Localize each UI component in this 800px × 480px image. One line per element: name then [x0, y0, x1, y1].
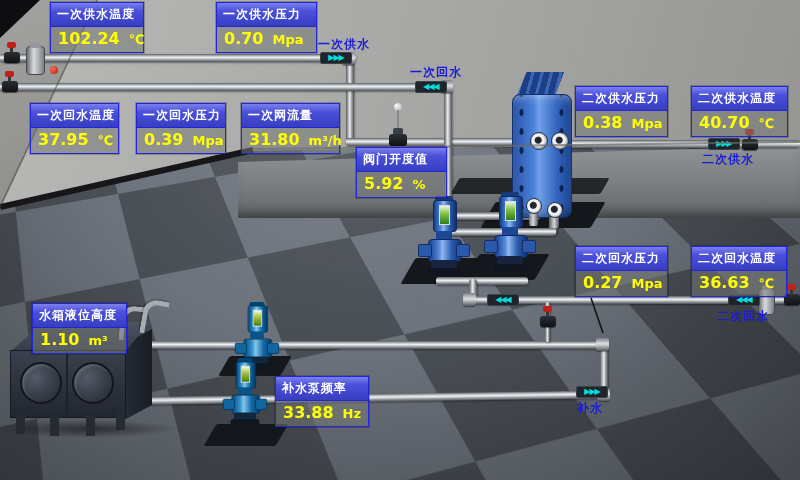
hx-port [530, 132, 548, 150]
gauge-unit: Hz [343, 406, 361, 421]
gauge-tank-level: 水箱液位高度 1.10m³ [32, 303, 127, 354]
pump-flange [255, 399, 267, 410]
flow-indicator-left-icon: ◀◀◀ [487, 294, 519, 306]
gauge-value: 40.70 [699, 114, 750, 132]
pump-sight-glass [505, 201, 516, 221]
pump-flange [235, 343, 247, 354]
flow-indicator-right-icon: ▶▶▶ [320, 52, 352, 64]
pipe-joint [596, 338, 609, 351]
tank-manhole [72, 362, 114, 404]
pump-base [427, 268, 461, 276]
tank-leg [86, 416, 95, 436]
pressure-gauge-icon [50, 66, 58, 74]
pump-sight-glass [253, 310, 262, 327]
gauge-value: 102.24 [58, 30, 120, 48]
gauge-value: 0.27 [583, 274, 622, 292]
gauge-title: 一次网流量 [242, 104, 339, 128]
gauge-title: 二次供水压力 [576, 87, 667, 111]
gauge-secondary-return-pressure: 二次回水压力 0.27Mpa [575, 246, 668, 297]
hmi-screen: ▶▶▶ ◀◀◀ ▶▶▶ ◀◀◀ ◀◀◀ ▶▶▶ 一次供水 一次回水 二次供水 二… [0, 0, 800, 480]
gauge-primary-supply-temp: 一次供水温度 102.24℃ [50, 2, 144, 53]
gauge-value: 0.38 [583, 114, 622, 132]
pipe-label-primary-return: 一次回水 [410, 64, 462, 81]
valve-handle [7, 42, 16, 48]
gauge-valve-opening: 阀门开度值 5.92% [356, 147, 447, 198]
gauge-title: 二次回水压力 [576, 247, 667, 271]
pipe-primary-supply-drop [346, 56, 354, 144]
gauge-primary-supply-pressure: 一次供水压力 0.70Mpa [216, 2, 317, 53]
pipe-label-makeup: 补水 [577, 400, 603, 417]
pump-flange [223, 399, 235, 410]
pump-flange [484, 240, 498, 253]
gauge-value: 0.70 [224, 30, 263, 48]
gauge-unit: ℃ [759, 276, 775, 291]
pump-flange [418, 244, 432, 257]
tank-seam [66, 352, 68, 416]
gauge-secondary-return-temp: 二次回水温度 36.63℃ [691, 246, 787, 297]
pipe-label-secondary-supply: 二次供水 [702, 151, 754, 168]
pipe-secondary-supply [560, 140, 800, 148]
pump-sight-glass [439, 205, 450, 225]
pump-sight-glass [241, 366, 250, 383]
gauge-primary-return-temp: 一次回水温度 37.95℃ [30, 103, 119, 154]
hx-port [547, 202, 563, 218]
gauge-makeup-pump-freq: 补水泵频率 33.88Hz [275, 376, 369, 427]
gauge-value: 1.10 [40, 331, 79, 349]
pipe-joint [463, 293, 476, 306]
gauge-title: 二次回水温度 [692, 247, 786, 271]
gauge-title: 一次供水压力 [217, 3, 316, 27]
tank-leg [116, 410, 125, 430]
gauge-title: 二次供水温度 [692, 87, 787, 111]
pump-base [493, 264, 527, 272]
valve-handle [5, 71, 14, 77]
shutoff-valve [2, 81, 18, 92]
gauge-unit: ℃ [759, 116, 775, 131]
circulation-pump-1 [424, 196, 464, 278]
control-valve-body [389, 134, 407, 146]
gauge-unit: ℃ [98, 133, 114, 148]
shutoff-valve [4, 52, 20, 63]
control-valve-stem [397, 110, 399, 129]
pump-flange [267, 343, 279, 354]
valve-handle [787, 284, 796, 290]
pipe-pump-bottom-manifold [436, 277, 528, 285]
pump-flange [522, 240, 536, 253]
pipe-label-primary-supply: 一次供水 [318, 36, 370, 53]
flow-indicator-left-icon: ◀◀◀ [415, 81, 447, 93]
gauge-unit: % [412, 177, 425, 192]
shutoff-valve [742, 139, 758, 150]
gauge-title: 水箱液位高度 [33, 304, 126, 328]
tank-leg [50, 416, 59, 436]
pump-neck [238, 388, 252, 395]
gauge-unit: Mpa [631, 276, 662, 291]
gauge-unit: Mpa [272, 32, 303, 47]
gauge-primary-flow: 一次网流量 31.80m³/h [241, 103, 340, 154]
gauge-secondary-supply-pressure: 二次供水压力 0.38Mpa [575, 86, 668, 137]
pump-base [231, 419, 260, 426]
pump-neck [250, 332, 264, 339]
pump-flange [456, 244, 470, 257]
gauge-unit: Mpa [631, 116, 662, 131]
valve-handle [543, 306, 552, 312]
gauge-value: 36.63 [699, 274, 750, 292]
gauge-primary-return-pressure: 一次回水压力 0.39Mpa [136, 103, 226, 154]
hx-port [551, 132, 569, 150]
gauge-value: 5.92 [364, 175, 403, 193]
strainer [26, 46, 45, 75]
shutoff-valve [540, 316, 556, 327]
gauge-title: 一次回水温度 [31, 104, 118, 128]
circulation-pump-2 [490, 192, 530, 274]
gauge-title: 一次回水压力 [137, 104, 225, 128]
gauge-unit: m³ [88, 333, 107, 348]
gauge-title: 补水泵频率 [276, 377, 368, 401]
gauge-unit: m³/h [309, 133, 342, 148]
tank-manhole [20, 362, 62, 404]
gauge-title: 阀门开度值 [357, 148, 446, 172]
hx-flange-stub [529, 212, 538, 226]
gauge-unit: Mpa [192, 133, 223, 148]
pipe-primary-supply [0, 54, 356, 62]
gauge-value: 33.88 [283, 404, 334, 422]
pipe-primary-return [0, 83, 452, 91]
gauge-secondary-supply-temp: 二次供水温度 40.70℃ [691, 86, 788, 137]
tank-leg [16, 414, 25, 434]
